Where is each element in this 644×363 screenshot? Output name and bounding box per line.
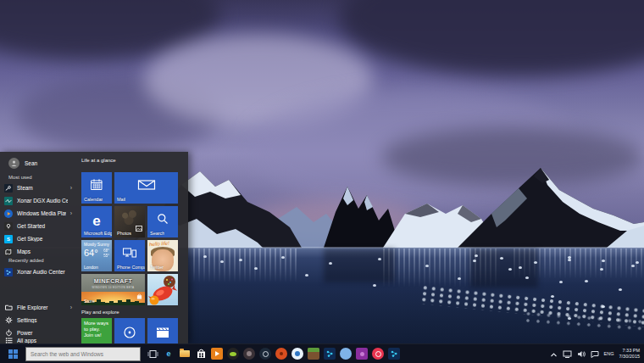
taskbar-audio-center-2-icon[interactable] [388, 348, 400, 360]
all-apps-icon [4, 336, 13, 343]
weather-temp: 64° [84, 248, 98, 258]
taskbar-game-app-2-icon[interactable] [275, 348, 287, 360]
tile-photos[interactable]: Photos [114, 206, 145, 237]
calendar-icon [91, 178, 103, 194]
language-indicator[interactable]: ENG [604, 351, 614, 356]
taskbar: e ENG 7:33 PM 7/30/2015 [0, 343, 644, 363]
taskbar-audio-center-icon[interactable] [324, 348, 336, 360]
minecraft-logo-text: MINECRAFT [81, 278, 145, 284]
start-button[interactable] [0, 344, 25, 363]
phone-companion-icon [123, 247, 137, 262]
menu-item-xonar-audio-center[interactable]: Xonar Audio Center [4, 266, 74, 277]
tray-clock[interactable]: 7:33 PM 7/30/2015 [619, 348, 640, 360]
weather-high-low: 68° 55° [103, 249, 109, 259]
water-dark-reflection [470, 249, 538, 288]
most-used-header: Most used [8, 175, 32, 180]
weather-city: London [84, 265, 98, 270]
user-name: Sean [25, 160, 37, 166]
recently-added-header: Recently added [8, 258, 44, 263]
taskbar-red-app-icon[interactable] [372, 348, 384, 360]
tile-store-minecraft[interactable]: MINECRAFT WINDOWS 10 EDITION BETA Store [81, 274, 145, 305]
candy-crush-art [147, 274, 178, 305]
menu-item-file-explorer[interactable]: File Explorer › [4, 302, 74, 313]
taskbar-media-player-icon[interactable] [211, 348, 223, 360]
tile-movies-tv[interactable] [147, 318, 178, 343]
mail-icon [137, 178, 156, 194]
tile-microsoft-edge[interactable]: e Microsoft Edge [81, 206, 112, 237]
weather-condition: Mostly Sunny [84, 242, 109, 247]
user-avatar-icon [8, 158, 19, 169]
taskbar-minecraft-icon[interactable] [308, 348, 319, 360]
submenu-chevron-icon: › [70, 210, 72, 216]
tile-xbox-promo[interactable]: More ways to play. Join us! [81, 318, 112, 343]
tile-weather[interactable]: Mostly Sunny 64° 68° 55° London [81, 240, 112, 271]
get-started-icon [4, 222, 13, 231]
tile-grid-life-at-a-glance: Calendar Mail e Microsoft Edge Photos Se… [81, 172, 178, 305]
menu-item-all-apps[interactable]: All apps [4, 337, 74, 343]
clapperboard-icon [156, 327, 169, 342]
submenu-chevron-icon: › [70, 304, 72, 310]
taskbar-file-explorer-icon[interactable] [179, 348, 191, 360]
ice-floes [203, 255, 207, 258]
tile-group-header: Play and explore [81, 310, 119, 315]
taskbar-game-app-icon[interactable] [243, 348, 255, 360]
menu-item-maps[interactable]: Maps [4, 246, 74, 257]
tile-candy-crush[interactable] [147, 274, 178, 305]
tile-search[interactable]: Search [147, 206, 178, 237]
xonar-audio-icon [4, 268, 13, 276]
media-player-icon [4, 209, 13, 218]
ice-floes [475, 254, 478, 257]
volume-icon[interactable] [577, 346, 586, 361]
steam-icon [4, 184, 13, 193]
minecraft-subtitle-text: WINDOWS 10 EDITION BETA [81, 286, 145, 289]
taskbar-steam-icon[interactable] [259, 348, 271, 360]
tray-date: 7/30/2015 [619, 354, 640, 359]
action-center-icon[interactable] [591, 346, 599, 361]
submenu-chevron-icon: › [70, 185, 72, 191]
tile-grid-play-and-explore: More ways to play. Join us! [81, 318, 178, 343]
menu-item-steam[interactable]: Steam › [4, 182, 74, 193]
water-reflection [193, 249, 297, 282]
taskbar-purple-app-icon[interactable] [356, 348, 368, 360]
network-icon[interactable] [563, 346, 572, 361]
menu-item-windows-media-player[interactable]: Windows Media Player › [4, 208, 74, 219]
water-dark-reflection [324, 249, 395, 282]
tile-mail[interactable]: Mail [114, 172, 178, 204]
twitter-art-text: hello life! [149, 240, 178, 247]
skype-icon: S [4, 235, 13, 243]
taskbar-store-icon[interactable] [195, 348, 207, 360]
search-input[interactable] [31, 351, 140, 357]
menu-item-get-started[interactable]: Get Started [4, 221, 74, 232]
store-bag-icon [136, 288, 142, 303]
menu-item-settings[interactable]: Settings [4, 315, 74, 326]
taskbar-music-app-icon[interactable] [227, 348, 239, 360]
windows-logo-icon [8, 349, 18, 359]
tile-twitter[interactable]: hello life! Twitter [147, 240, 178, 271]
file-explorer-icon [4, 304, 13, 312]
tile-group-header: Life at a glance [81, 158, 116, 163]
start-menu: Sean Most used Steam › Xonar DGX Audio C… [0, 152, 188, 343]
maps-icon [4, 248, 13, 256]
taskbar-messaging-app-icon[interactable] [291, 348, 303, 360]
tile-phone-companion[interactable]: Phone Compa... [114, 240, 145, 271]
tile-calendar[interactable]: Calendar [81, 172, 112, 204]
photos-icon [136, 220, 142, 235]
user-account-button[interactable]: Sean [8, 158, 37, 169]
tray-chevron-up-icon[interactable] [550, 346, 558, 361]
task-view-icon[interactable] [147, 348, 158, 360]
menu-item-get-skype[interactable]: S Get Skype [4, 233, 74, 244]
taskbar-edge-icon[interactable]: e [163, 348, 175, 360]
taskbar-blue-app-icon[interactable] [340, 348, 352, 360]
gear-icon [4, 316, 13, 325]
edge-icon: e [92, 213, 100, 227]
tray-time: 7:33 PM [623, 348, 640, 353]
system-tray: ENG 7:33 PM 7/30/2015 [550, 346, 644, 361]
music-disc-icon [123, 326, 136, 343]
menu-item-xonar-dgx[interactable]: Xonar DGX Audio Center [4, 195, 74, 206]
taskbar-search-box[interactable] [25, 347, 141, 361]
taskbar-pinned-apps: e [147, 348, 400, 360]
tile-groove-music[interactable] [114, 318, 145, 343]
xonar-dgx-icon [4, 197, 13, 205]
search-icon [157, 212, 169, 228]
